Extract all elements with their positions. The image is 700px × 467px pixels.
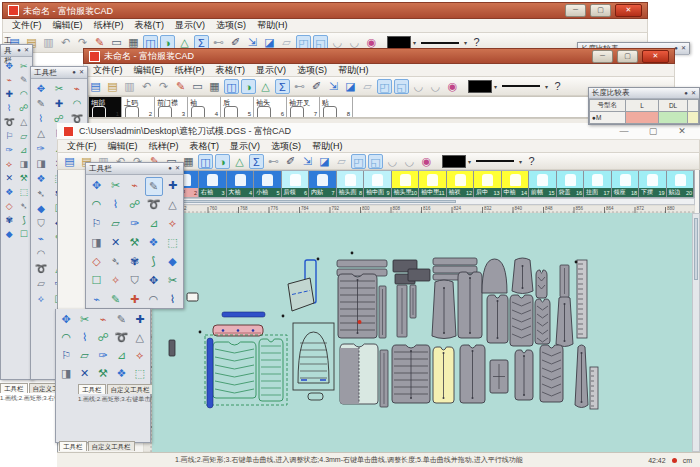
close-icon[interactable]: ✕ — [691, 89, 696, 98]
tool-icon[interactable]: ➰ — [113, 329, 130, 347]
drape-b-icon[interactable]: ◡ — [402, 154, 417, 169]
tool-icon[interactable]: ✾ — [2, 213, 16, 227]
new-document-icon[interactable]: ▤ — [62, 154, 77, 169]
tool-icon[interactable]: ☐ — [88, 272, 106, 291]
tool-icon[interactable]: ⚐ — [2, 129, 16, 143]
pattern-list-item[interactable]: 后中13 — [474, 171, 502, 197]
tool-icon[interactable]: ➰ — [33, 261, 49, 276]
tool-icon[interactable]: ⌁ — [2, 73, 16, 87]
tool-icon[interactable]: ✾ — [126, 253, 144, 272]
pattern-canvas[interactable] — [152, 213, 692, 452]
tool-icon[interactable]: ➴ — [17, 199, 31, 213]
tool-icon[interactable]: ✎ — [33, 96, 49, 111]
tool-icon[interactable]: ✚ — [131, 311, 148, 329]
pattern-tab[interactable]: 细部1 — [89, 97, 122, 117]
tool-icon[interactable]: ◠ — [17, 87, 31, 101]
help-cursor-icon[interactable]: ? — [550, 79, 565, 94]
pattern-piece[interactable] — [187, 293, 198, 301]
pattern-piece[interactable] — [337, 260, 387, 267]
measure-icon[interactable]: ⊷ — [266, 154, 281, 169]
pattern-list-item[interactable]: 袖中面9 — [364, 171, 392, 197]
pattern-list-item[interactable]: 右袖3 — [199, 171, 227, 197]
menu-item[interactable]: 帮助(H) — [338, 64, 369, 77]
menu-item[interactable]: 帮助(H) — [257, 19, 288, 32]
tool-icon[interactable]: ◠ — [69, 96, 85, 111]
tool-icon[interactable]: ⟆ — [145, 253, 163, 272]
tool-icon[interactable]: ⬚ — [131, 365, 148, 383]
menu-item[interactable]: 文件(F) — [12, 19, 42, 32]
tool-icon[interactable]: ⊿ — [113, 347, 130, 365]
menu-item[interactable]: 纸样(P) — [94, 19, 124, 32]
status-unit[interactable]: cm — [683, 457, 692, 464]
line-dropdown-icon[interactable]: ▾ — [545, 83, 548, 90]
tool-icon[interactable]: ❖ — [33, 171, 49, 186]
tool-icon[interactable]: ⟡ — [164, 215, 182, 234]
tool-icon[interactable]: ◇ — [88, 253, 106, 272]
tool-icon[interactable]: △ — [131, 329, 148, 347]
tool-icon[interactable]: ⬚ — [17, 185, 31, 199]
tool-icon[interactable]: ⌁ — [33, 231, 49, 246]
window3-titlebar[interactable]: C:\Users\admin\Desktop\遮轮刀试模.DGS - 富怡CAD… — [57, 123, 700, 140]
pattern-piece[interactable] — [288, 278, 314, 311]
tool-icon[interactable]: ❖ — [2, 185, 16, 199]
pattern-list-item[interactable]: 袖中里11 — [419, 171, 447, 197]
tool-icon[interactable]: ➴ — [107, 253, 125, 272]
tool-icon[interactable]: ✎ — [107, 291, 125, 310]
maximize-button[interactable]: ▢ — [590, 4, 611, 17]
open-file-icon[interactable]: ▤ — [105, 79, 120, 94]
pattern-window-icon[interactable]: ◫ — [224, 79, 239, 94]
tool-icon[interactable]: ⚐ — [58, 347, 75, 365]
pattern-piece[interactable] — [590, 367, 598, 409]
pattern-piece[interactable] — [536, 270, 547, 298]
tool-icon[interactable]: ☐ — [17, 227, 31, 241]
pattern-piece[interactable] — [433, 266, 477, 273]
tool-icon[interactable]: ◨ — [17, 157, 31, 171]
swatch-dropdown-icon[interactable]: ▾ — [494, 83, 497, 90]
menu-item[interactable]: 表格(T) — [190, 140, 220, 153]
tool-icon[interactable]: ✑ — [2, 143, 16, 157]
line-style-sample[interactable] — [476, 160, 514, 162]
tool-icon[interactable]: ⟡ — [33, 291, 49, 306]
close-button[interactable]: ✕ — [642, 50, 669, 63]
tool-icon[interactable]: ⚒ — [17, 171, 31, 185]
tool-icon[interactable]: ◨ — [88, 234, 106, 253]
close-icon[interactable]: ✕ — [79, 68, 84, 77]
pattern-piece[interactable] — [199, 331, 202, 334]
tool-icon[interactable]: ✥ — [2, 59, 16, 73]
close-icon[interactable]: ✕ — [24, 46, 29, 55]
pattern-piece[interactable] — [351, 252, 354, 255]
menu-item[interactable]: 选项(S) — [216, 19, 246, 32]
brush-icon[interactable]: ✎ — [173, 79, 188, 94]
show-fill-icon[interactable]: ◑ — [215, 154, 230, 169]
tool-icon[interactable]: ✚ — [126, 291, 144, 310]
size-table-icon[interactable]: ▦ — [207, 79, 222, 94]
menu-item[interactable]: 编辑(E) — [134, 64, 164, 77]
tab-custom-toolbar[interactable]: 自定义工具栏 — [107, 384, 153, 394]
arrange-a-icon[interactable]: ◰ — [377, 79, 392, 94]
tool-icon[interactable]: ◇ — [2, 199, 16, 213]
menu-item[interactable]: 文件(F) — [67, 140, 97, 153]
layout-icon[interactable]: ◪ — [343, 79, 358, 94]
menu-item[interactable]: 帮助(H) — [312, 140, 343, 153]
tool-icon[interactable]: ☍ — [126, 196, 144, 215]
DL-cell[interactable] — [659, 112, 688, 124]
pen-icon[interactable]: ✐ — [309, 79, 324, 94]
pattern-list-item[interactable]: 大袖4 — [227, 171, 255, 197]
pattern-tab[interactable]: 袖开叉7 — [287, 97, 320, 117]
tool-icon[interactable]: ◆ — [33, 201, 49, 216]
arrange-b-icon[interactable]: ◱ — [394, 79, 409, 94]
pattern-piece[interactable] — [575, 261, 578, 264]
pattern-piece[interactable] — [282, 315, 285, 318]
line-style-sample[interactable] — [502, 85, 540, 87]
tool-icon[interactable]: ✂ — [164, 272, 182, 291]
tab-custom-toolbar[interactable]: 自定义工具栏 — [88, 441, 135, 451]
pattern-piece[interactable] — [482, 259, 507, 293]
pattern-piece[interactable] — [222, 312, 265, 317]
pattern-piece[interactable] — [408, 269, 430, 281]
menu-item[interactable]: 纸样(P) — [149, 140, 179, 153]
tool-icon[interactable]: ⌁ — [94, 311, 111, 329]
tool-icon[interactable]: ⟡ — [131, 347, 148, 365]
tool-icon[interactable]: ◠ — [145, 291, 163, 310]
tool-icon[interactable]: ◠ — [88, 196, 106, 215]
plate-icon[interactable]: ▱ — [334, 154, 349, 169]
